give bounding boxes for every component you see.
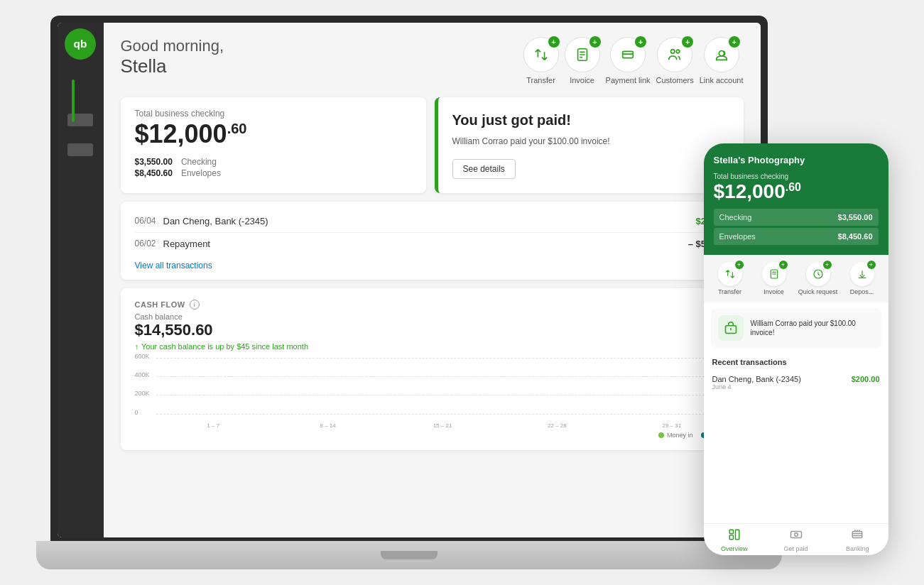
cards-row: Total business checking $12,000.60 $3,55…: [121, 97, 744, 523]
payment-link-icon-btn[interactable]: +: [610, 37, 646, 72]
svg-text:qb: qb: [74, 38, 87, 50]
grid-label-400k: 400K: [135, 371, 150, 378]
legend-money-in: Money in: [658, 432, 693, 439]
phone-account-rows: Checking $3,550.00 Envelopes $8,450.60: [714, 209, 879, 245]
bar-label-2: 8 – 14: [271, 422, 385, 429]
cashflow-title: CASH FLOW: [135, 300, 185, 309]
phone-deposit-plus: +: [867, 261, 876, 269]
transactions-card: 06/04 Dan Cheng, Bank (-2345) $200.00 06…: [121, 202, 744, 280]
sidebar-active-indicator: [72, 80, 75, 122]
quickbooks-logo[interactable]: qb: [65, 28, 96, 60]
balance-envelopes-amount: $8,450.60: [135, 168, 173, 178]
laptop-notch: [381, 551, 437, 559]
phone-notif-icon: [718, 315, 744, 341]
svg-rect-6: [623, 51, 634, 58]
phone-action-deposit[interactable]: + Depos...: [842, 262, 883, 295]
phone-balance-label: Total business checking: [714, 173, 879, 180]
phone-invoice-label: Invoice: [763, 288, 784, 295]
phone-transfer-plus: +: [735, 261, 744, 269]
header: Good morning, Stella +: [121, 37, 744, 84]
notification-desc: William Corrao paid your $100.00 invoice…: [452, 136, 729, 148]
svg-rect-18: [729, 535, 733, 540]
svg-rect-23: [852, 532, 862, 538]
quick-action-invoice[interactable]: + Invoice: [565, 37, 600, 84]
phone-envelopes-row: Envelopes $8,450.60: [714, 228, 879, 245]
phone-recent-label: Recent transactions: [704, 354, 888, 369]
phone-quick-request-label: Quick request: [798, 288, 838, 295]
customers-icon-btn[interactable]: +: [657, 37, 692, 72]
bars-container: [156, 358, 729, 415]
balance-decimal: .60: [227, 121, 247, 136]
sidebar: qb: [58, 23, 104, 537]
phone-deposit-icon[interactable]: +: [850, 262, 874, 286]
phone-action-invoice[interactable]: + Invoice: [754, 262, 795, 295]
phone-checking-label: Checking: [719, 213, 752, 222]
main-content: Good morning, Stella +: [104, 23, 761, 537]
phone-nav-get-paid-label: Get paid: [783, 545, 808, 552]
balance-checking-label: Checking: [181, 157, 217, 167]
sidebar-nav-item-2[interactable]: [67, 143, 93, 156]
quick-action-payment-link[interactable]: + Payment link: [606, 37, 651, 84]
quick-action-link-account[interactable]: + Link account: [700, 37, 744, 84]
link-account-icon-btn[interactable]: +: [704, 37, 739, 72]
transfer-label: Transfer: [526, 76, 555, 84]
cashflow-trend: ↑ Your cash balance is up by $45 since l…: [135, 342, 729, 351]
phone-transfer-icon[interactable]: +: [718, 262, 742, 286]
banking-nav-icon: [851, 528, 864, 544]
invoice-plus-badge: +: [589, 36, 601, 48]
laptop-screen: qb Good morning, Stella: [58, 23, 761, 537]
svg-rect-20: [729, 530, 733, 533]
phone-invoice-plus: +: [779, 261, 788, 269]
phone-envelopes-label: Envelopes: [719, 232, 756, 241]
phone-nav-overview-label: Overview: [721, 545, 748, 552]
greeting-name: Stella: [121, 55, 523, 77]
txn-1-desc: Dan Cheng, Bank (-2345): [163, 216, 696, 226]
phone-nav-get-paid[interactable]: Get paid: [765, 528, 827, 552]
phone-balance-main: $12,000: [714, 180, 786, 202]
svg-point-9: [676, 50, 680, 53]
bar-label-4: 22 – 28: [500, 422, 614, 429]
trend-text: Your cash balance is up by $45 since las…: [141, 342, 308, 351]
phone-invoice-icon[interactable]: +: [762, 262, 786, 286]
left-panel: Total business checking $12,000.60 $3,55…: [121, 97, 744, 523]
quick-action-customers[interactable]: + Customers: [656, 37, 694, 84]
invoice-icon-btn[interactable]: +: [565, 37, 600, 72]
invoice-label: Invoice: [570, 76, 594, 84]
balance-main: $12,000: [135, 119, 227, 148]
svg-rect-19: [735, 530, 739, 540]
phone-deposit-label: Depos...: [850, 288, 874, 295]
phone-action-transfer[interactable]: + Transfer: [710, 262, 751, 295]
trend-arrow: ↑: [135, 342, 139, 351]
transfer-plus-badge: +: [548, 36, 560, 48]
legend-money-in-label: Money in: [667, 432, 693, 439]
laptop-body: [36, 541, 782, 569]
laptop-screen-outer: qb Good morning, Stella: [50, 16, 768, 545]
balance-label: Total business checking: [135, 109, 412, 119]
greeting: Good morning, Stella: [121, 37, 523, 77]
balance-checking-amount: $3,550.00: [135, 157, 173, 167]
quick-action-transfer[interactable]: + Transfer: [523, 37, 559, 84]
svg-point-8: [671, 50, 675, 54]
phone-notification: William Corrao paid your $100.00 invoice…: [711, 308, 881, 348]
phone-txn-date: June 4: [712, 383, 801, 390]
phone: Stella's Photography Total business chec…: [704, 143, 888, 555]
cashflow-header: CASH FLOW i: [135, 300, 729, 310]
phone-nav-banking[interactable]: Banking: [827, 528, 888, 552]
cashflow-info-icon[interactable]: i: [190, 300, 200, 310]
phone-action-quick-request[interactable]: + Quick request: [798, 262, 839, 295]
cashflow-chart: 600K 400K 200K 0: [135, 358, 729, 429]
balance-amount: $12,000.60: [135, 120, 412, 148]
balance-checking-row: $3,550.00 Checking: [135, 157, 412, 167]
phone-quick-request-icon[interactable]: +: [806, 262, 830, 286]
phone-quick-request-plus: +: [823, 261, 832, 269]
view-all-transactions-link[interactable]: View all transactions: [135, 261, 212, 270]
notification-card: You just got paid! William Corrao paid y…: [435, 97, 744, 193]
customers-label: Customers: [656, 76, 694, 84]
transfer-icon-btn[interactable]: +: [523, 37, 559, 72]
see-details-button[interactable]: See details: [452, 159, 516, 179]
overview-nav-icon: [728, 528, 741, 544]
phone-balance-decimal: .60: [786, 181, 801, 193]
phone-nav-overview[interactable]: Overview: [704, 528, 766, 552]
txn-2-desc: Repayment: [163, 239, 688, 249]
balance-card: Total business checking $12,000.60 $3,55…: [121, 97, 426, 193]
